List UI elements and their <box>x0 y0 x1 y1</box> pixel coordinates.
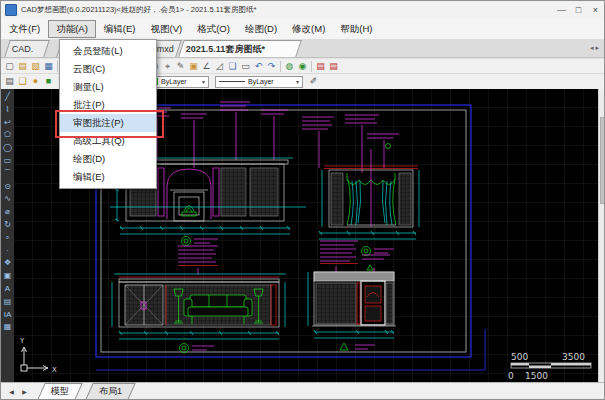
menu-view[interactable]: 视图(V) <box>143 20 189 38</box>
new-file-icon[interactable]: ▢ <box>3 60 16 73</box>
window-select-icon[interactable]: ❏ <box>226 60 239 73</box>
tab-cad-doc[interactable]: CAD. <box>4 40 50 57</box>
window-title: CAD梦想画图(6.0.20211123)<姓赵的好，.会员1> - 2021.… <box>21 5 553 15</box>
toolbar-separator <box>311 61 312 72</box>
tab-active-doc[interactable]: 2021.5.11套房图纸* <box>178 40 302 57</box>
ruler-value-3500: 3500 <box>562 352 585 362</box>
line-tool-icon[interactable]: ╱ <box>1 91 14 104</box>
menu-draw[interactable]: 绘图(D) <box>238 20 284 38</box>
undo-tool-icon[interactable]: ↩ <box>1 117 14 130</box>
toolbar-separator <box>280 61 281 72</box>
attribute-tool-icon[interactable]: IA <box>1 309 14 322</box>
ellipse-tool-icon[interactable]: ⌀ <box>1 206 14 219</box>
menu-item-draw[interactable]: 绘图(D) <box>60 150 156 168</box>
pan-icon[interactable]: ⌖ <box>161 60 174 73</box>
app-window: CAD梦想画图(6.0.20211123)<姓赵的好，.会员1> - 2021.… <box>0 0 605 400</box>
tab-scroll-arrows[interactable]: ◂▸ <box>590 44 601 52</box>
menu-item-cloud-drawing[interactable]: 云图(C) <box>60 60 156 78</box>
tab-next-arrow[interactable]: ▶ <box>18 383 31 400</box>
image-tool-icon[interactable]: ▤ <box>1 296 14 309</box>
ruler-value-0: 0 <box>508 371 514 381</box>
ucs-x-label: X <box>52 366 57 374</box>
ucs-y-label: Y <box>19 337 25 345</box>
menu-function[interactable]: 功能(A) <box>48 20 96 38</box>
function-menu-dropdown: 会员登陆(L) 云图(C) 测量(L) 批注(P) 审图批注(P) 高级工具(Q… <box>59 39 157 189</box>
pan-hand-icon[interactable]: ❑ <box>16 75 29 88</box>
menu-item-annotate[interactable]: 批注(P) <box>60 96 156 114</box>
redo-icon[interactable]: ↷ <box>265 60 278 73</box>
image-icon[interactable]: ▣ <box>187 60 200 73</box>
scrollbar-thumb[interactable] <box>600 117 605 204</box>
vertical-scrollbar[interactable] <box>598 89 605 382</box>
menu-item-review-annotate[interactable]: 审图批注(P) <box>60 114 156 132</box>
save-file-icon[interactable]: ▦ <box>42 60 55 73</box>
circle-tool-icon[interactable]: ◯ <box>1 142 14 155</box>
app-icon <box>5 4 17 16</box>
titlebar: CAD梦想画图(6.0.20211123)<姓赵的好，.会员1> - 2021.… <box>1 1 604 19</box>
linetype-sample <box>219 81 245 82</box>
color-combo-value: ByLayer <box>161 78 187 85</box>
node-tool-icon[interactable]: · <box>1 245 14 258</box>
import-icon[interactable]: ▧ <box>29 60 42 73</box>
arc-tool-icon[interactable]: ⌒ <box>1 168 14 181</box>
hatch-tool-icon[interactable]: ▦ <box>1 321 14 334</box>
measure-icon[interactable]: ∠ <box>200 60 213 73</box>
sketch-icon[interactable]: ✎ <box>174 60 187 73</box>
layout-tabbar: ◀ ▶ 模型 布局1 <box>1 382 604 400</box>
screen-icon[interactable]: ▭ <box>239 60 252 73</box>
web-icon[interactable]: ◉ <box>296 60 309 73</box>
minimize-button[interactable]: — <box>553 1 570 19</box>
tab-layout1[interactable]: 布局1 <box>85 383 136 400</box>
tab-model[interactable]: 模型 <box>37 383 83 400</box>
menu-item-member-login[interactable]: 会员登陆(L) <box>60 42 156 60</box>
undo-icon[interactable]: ↶ <box>252 60 265 73</box>
menu-format[interactable]: 格式(O) <box>190 20 237 38</box>
menu-item-advanced-tools[interactable]: 高级工具(Q) <box>60 132 156 150</box>
linetype-combo[interactable]: ByLayer ▾ <box>215 76 303 88</box>
print-icon[interactable]: ▤ <box>3 75 16 88</box>
insert-tool-icon[interactable]: ▣ <box>1 270 14 283</box>
menu-modify[interactable]: 修改(M) <box>285 20 332 38</box>
rectangle-tool-icon[interactable]: ▭ <box>1 155 14 168</box>
menu-edit[interactable]: 编辑(E) <box>97 20 143 38</box>
donut-tool-icon[interactable]: ⊙ <box>1 181 14 194</box>
spline-tool-icon[interactable]: ∿ <box>1 193 14 206</box>
text-tool-icon[interactable]: A <box>1 283 14 296</box>
cloud-icon[interactable]: ◍ <box>283 60 296 73</box>
polygon-tool-icon[interactable]: ⬠ <box>1 129 14 142</box>
open-file-icon[interactable]: ▤ <box>16 60 29 73</box>
revcloud-tool-icon[interactable]: ↻ <box>1 219 14 232</box>
draw-tools-toolbar: ╱ ⌇ ↩ ⬠ ◯ ▭ ⌒ ⊙ ∿ ⌀ ↻ ∘ · ❖ ▣ A ▤ IA ▦ <box>1 89 14 382</box>
block-tool-icon[interactable]: ❖ <box>1 257 14 270</box>
polyline-tool-icon[interactable]: ⌇ <box>1 104 14 117</box>
menu-item-edit[interactable]: 编辑(E) <box>60 168 156 186</box>
angle-icon[interactable]: ◿ <box>213 60 226 73</box>
point-tool-icon[interactable]: ∘ <box>1 232 14 245</box>
linetype-combo-value: ByLayer <box>248 78 274 85</box>
menu-item-measure[interactable]: 测量(L) <box>60 78 156 96</box>
maximize-button[interactable]: □ <box>570 1 587 19</box>
layer-icon[interactable]: ■ <box>42 75 55 88</box>
pencil-icon[interactable]: ✐ <box>307 75 320 88</box>
chevron-down-icon: ▾ <box>296 78 299 85</box>
ruler-value-500: 500 <box>511 352 528 362</box>
close-button[interactable]: × <box>587 1 604 19</box>
tab-prev-arrow[interactable]: ◀ <box>5 383 18 400</box>
ruler-value-1500: 1500 <box>525 371 548 381</box>
menu-file[interactable]: 文件(F) <box>2 20 47 38</box>
point-style-icon[interactable]: ● <box>29 75 42 88</box>
pdf-icon[interactable]: ▤ <box>314 60 327 73</box>
menu-help[interactable]: 帮助(H) <box>333 20 379 38</box>
menubar: 文件(F) 功能(A) 编辑(E) 视图(V) 格式(O) 绘图(D) 修改(M… <box>1 19 604 39</box>
pdf-batch-icon[interactable]: ▤ <box>327 60 340 73</box>
chevron-down-icon: ▾ <box>202 78 205 85</box>
toolbar-separator <box>57 61 58 72</box>
